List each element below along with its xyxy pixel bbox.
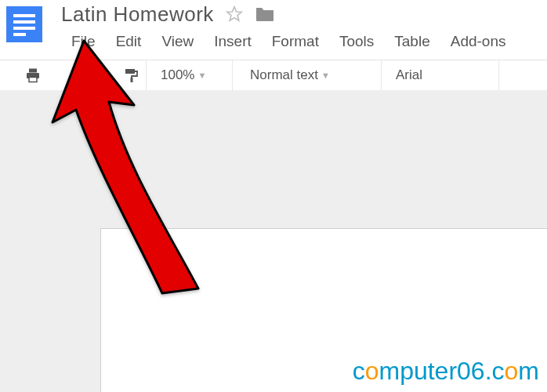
- toolbar: 100% ▼ Normal text ▼ Arial: [0, 60, 547, 90]
- svg-rect-10: [131, 78, 133, 82]
- docs-logo[interactable]: [0, 0, 49, 49]
- print-icon: [25, 67, 41, 83]
- font-dropdown[interactable]: Arial: [382, 60, 499, 90]
- paragraph-style-dropdown[interactable]: Normal text ▼: [233, 60, 382, 90]
- chevron-down-icon: ▼: [197, 71, 206, 80]
- menu-edit[interactable]: Edit: [106, 30, 152, 53]
- app-header: Latin Homework File Edit View Insert For…: [0, 0, 547, 90]
- watermark: computer06.com: [353, 357, 539, 386]
- print-button[interactable]: [19, 60, 47, 90]
- svg-rect-9: [125, 69, 135, 74]
- document-title[interactable]: Latin Homework: [61, 2, 214, 27]
- zoom-value: 100%: [161, 67, 194, 83]
- menu-format[interactable]: Format: [262, 30, 329, 53]
- star-icon[interactable]: [225, 5, 244, 24]
- menu-tools[interactable]: Tools: [329, 30, 384, 53]
- title-row: Latin Homework: [61, 0, 275, 28]
- svg-rect-0: [6, 6, 42, 42]
- svg-rect-3: [13, 27, 35, 30]
- svg-rect-6: [29, 69, 37, 73]
- svg-rect-4: [13, 33, 26, 36]
- paragraph-style-value: Normal text: [250, 67, 318, 83]
- paint-format-button[interactable]: [118, 60, 146, 90]
- menu-view[interactable]: View: [151, 30, 204, 53]
- chevron-down-icon: ▼: [321, 71, 330, 80]
- svg-rect-8: [29, 78, 37, 82]
- docs-logo-icon: [6, 6, 42, 42]
- zoom-dropdown[interactable]: 100% ▼: [147, 60, 233, 90]
- folder-icon[interactable]: [255, 5, 275, 23]
- svg-rect-1: [13, 14, 35, 17]
- document-canvas: [0, 90, 547, 392]
- menu-addons[interactable]: Add-ons: [440, 30, 516, 53]
- paint-roller-icon: [124, 67, 139, 83]
- menu-insert[interactable]: Insert: [204, 30, 262, 53]
- menu-table[interactable]: Table: [384, 30, 440, 53]
- svg-rect-2: [13, 20, 35, 24]
- svg-marker-5: [227, 7, 241, 20]
- menubar: File Edit View Insert Format Tools Table…: [61, 30, 516, 53]
- font-value: Arial: [396, 67, 422, 83]
- menu-file[interactable]: File: [61, 30, 106, 53]
